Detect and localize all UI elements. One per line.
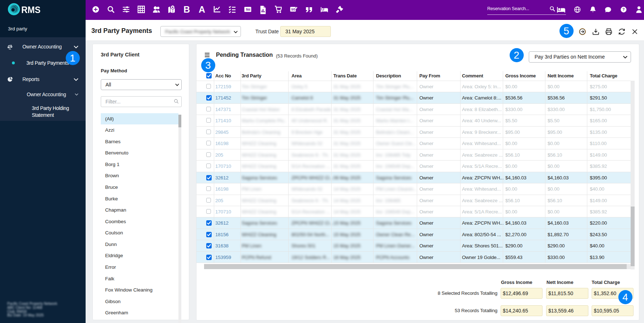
svg-text:$: $ (246, 8, 248, 11)
svg-text:$: $ (291, 8, 293, 11)
svg-text:?: ? (622, 8, 624, 12)
